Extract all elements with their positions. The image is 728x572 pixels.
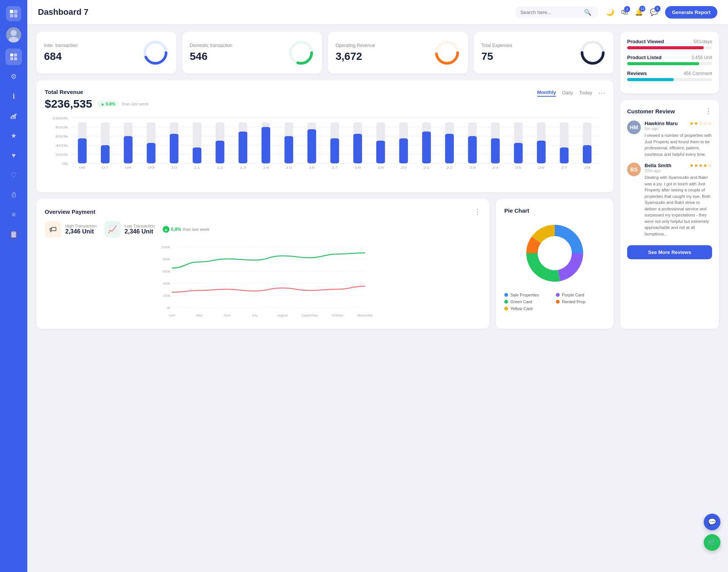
header: Dashboard 7 🔍 🌙 🛍 2 🔔 12 💬 5 Generate Re…: [27, 0, 728, 24]
high-label: High Transaction: [65, 224, 97, 228]
analytics-item-1: Product Listed 3,456 Unit: [627, 55, 712, 65]
svg-rect-80: [422, 132, 431, 163]
legend-item: Green Card: [504, 299, 554, 304]
svg-rect-0: [10, 10, 13, 13]
svg-text:27: 27: [561, 166, 567, 169]
stat-card-0: Inter. transaction 684: [36, 32, 176, 74]
payment-more-button[interactable]: ⋮: [474, 207, 481, 216]
low-label: Low Transaction: [125, 224, 155, 228]
search-input[interactable]: [520, 9, 581, 15]
chart-more-button[interactable]: ⋯: [598, 89, 605, 97]
legend-dot: [556, 293, 560, 297]
analytics-label-2: Reviews: [627, 71, 647, 76]
stat-info-3: Total Expenses 75: [482, 43, 512, 63]
cart-float-button[interactable]: 🛒: [704, 534, 720, 551]
bell-icon-btn[interactable]: 🔔 12: [635, 8, 643, 16]
svg-text:600k: 600k: [163, 270, 170, 273]
svg-text:19: 19: [377, 166, 384, 169]
review-item-0: HM Hawkins Maru ★★☆☆☆ 5m ago I viewed a …: [627, 121, 712, 157]
up-arrow-icon: ▲: [163, 226, 169, 233]
progress-bar-1: [627, 62, 712, 65]
stat-card-2: Operating Revenue 3,672: [328, 32, 468, 74]
svg-text:16: 16: [309, 166, 315, 169]
cart-badge: 2: [624, 6, 630, 12]
progress-fill-2: [627, 78, 674, 81]
message-icon-btn[interactable]: 💬 5: [650, 8, 658, 16]
analytics-label-row-2: Reviews 456 Comment: [627, 71, 712, 76]
sidebar-item-print[interactable]: ⎙: [5, 186, 22, 203]
stat-label-2: Operating Revenue: [336, 43, 375, 48]
sidebar-item-heart[interactable]: ♥: [5, 147, 22, 164]
legend-label: Purple Card: [562, 293, 584, 297]
svg-text:28: 28: [584, 166, 590, 169]
donut-0: [142, 39, 169, 66]
legend-dot: [556, 300, 560, 304]
donut-2: [434, 39, 460, 66]
review-text-0: I viewed a number of properties with Jus…: [645, 132, 712, 157]
review-content-1: Bella Smith ★★★★☆ 20m ago Dealing with S…: [645, 163, 712, 237]
theme-toggle-icon[interactable]: 🌙: [606, 8, 614, 16]
sidebar-item-settings[interactable]: ⚙: [5, 68, 22, 85]
chat-float-button[interactable]: 💬: [704, 514, 720, 530]
review-card: Customer Review ⋮ HM Hawkins Maru ★★☆☆☆ …: [620, 100, 719, 329]
tab-today[interactable]: Today: [579, 90, 592, 96]
svg-text:18: 18: [355, 166, 361, 169]
cart-icon-btn[interactable]: 🛍 2: [621, 8, 628, 16]
low-value: 2,346 Unit: [125, 228, 155, 235]
content-area: Inter. transaction 684 Domestic transact…: [27, 24, 728, 336]
high-value: 2,346 Unit: [65, 228, 97, 235]
message-badge: 5: [654, 6, 661, 12]
right-column: Product Viewed 561/days Product Listed 3…: [620, 32, 719, 329]
header-icons: 🌙 🛍 2 🔔 12 💬 5 Generate Report: [606, 6, 717, 19]
legend-item: Purple Card: [556, 293, 605, 297]
pie-title: Pie Chart: [504, 207, 605, 214]
legend-dot: [504, 300, 508, 304]
legend-item: Rented Prop: [556, 299, 605, 304]
chart-header: Total Revenue $236,535 ▲ 0,8% than last …: [45, 89, 605, 110]
legend-dot: [504, 293, 508, 297]
stat-card-1: Domestic transaction 546: [182, 32, 322, 74]
pie-segment: [526, 253, 560, 282]
svg-text:17: 17: [331, 166, 338, 169]
sidebar-item-dashboard[interactable]: [5, 49, 22, 65]
review-title: Customer Review: [627, 108, 675, 114]
search-bar[interactable]: 🔍: [515, 6, 598, 18]
payment-stats: 🏷 High Transaction 2,346 Unit 📈 Low Tran…: [45, 221, 481, 238]
svg-text:21: 21: [423, 166, 430, 169]
tab-monthly[interactable]: Monthly: [537, 89, 556, 97]
sidebar-item-heart2[interactable]: ♡: [5, 167, 22, 183]
revenue-chart-card: Total Revenue $236,535 ▲ 0,8% than last …: [36, 80, 613, 192]
svg-text:24: 24: [492, 166, 499, 169]
avatar[interactable]: [6, 27, 21, 42]
generate-report-button[interactable]: Generate Report: [665, 6, 717, 19]
legend-label: Green Card: [510, 299, 532, 304]
svg-point-5: [11, 30, 17, 36]
svg-rect-74: [376, 141, 385, 163]
svg-text:July: July: [252, 313, 258, 317]
svg-rect-44: [147, 143, 155, 163]
svg-rect-38: [101, 145, 110, 163]
svg-text:May: May: [196, 313, 203, 317]
sidebar-item-star[interactable]: ★: [5, 127, 22, 144]
analytics-label-1: Product Listed: [627, 55, 662, 60]
see-more-reviews-button[interactable]: See More Reviews: [627, 245, 712, 259]
chart-tabs: MonthlyDailyToday⋯: [537, 89, 605, 97]
low-transaction-stat: 📈 Low Transaction 2,346 Unit: [104, 221, 155, 238]
sidebar-item-doc[interactable]: 📋: [5, 226, 22, 243]
sidebar-item-list[interactable]: ≡: [5, 206, 22, 223]
svg-rect-68: [330, 138, 339, 163]
svg-rect-8: [14, 53, 17, 56]
svg-text:200k: 200k: [163, 294, 170, 298]
svg-rect-41: [124, 136, 133, 163]
svg-text:800k: 800k: [163, 257, 170, 261]
sidebar-item-analytics[interactable]: [5, 108, 22, 124]
review-more-button[interactable]: ⋮: [705, 107, 712, 115]
tab-daily[interactable]: Daily: [562, 90, 573, 96]
svg-text:11: 11: [194, 166, 200, 169]
reviews-list: HM Hawkins Maru ★★☆☆☆ 5m ago I viewed a …: [627, 121, 712, 237]
arrow-up-icon: ▲: [100, 102, 105, 106]
high-transaction-stat: 🏷 High Transaction 2,346 Unit: [45, 221, 97, 238]
analytics-value-1: 3,456 Unit: [691, 55, 712, 60]
sidebar-item-info[interactable]: ℹ: [5, 88, 22, 105]
review-header: Customer Review ⋮: [627, 107, 712, 115]
